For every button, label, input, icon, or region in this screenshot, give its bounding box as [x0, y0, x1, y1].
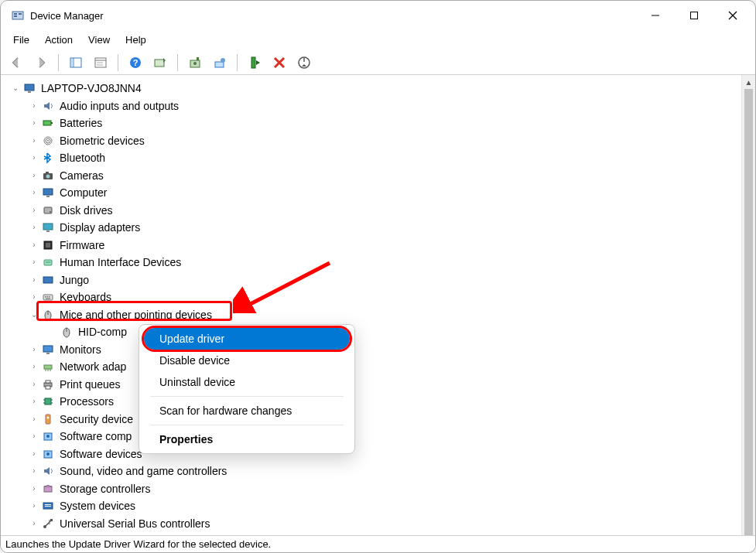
- tree-category-audio[interactable]: ›Sound, video and game controllers: [7, 463, 741, 480]
- show-hide-tree-button[interactable]: [65, 53, 87, 73]
- security-icon: [41, 412, 55, 426]
- tree-category-soft[interactable]: ›Software comp: [7, 428, 741, 445]
- tree-device-mouse[interactable]: HID-comp: [7, 323, 741, 341]
- svg-point-76: [46, 452, 50, 456]
- tree-category-monitor[interactable]: ›Monitors: [7, 341, 741, 359]
- expander-icon[interactable]: ›: [29, 97, 39, 115]
- tree-category-camera[interactable]: ›Cameras: [7, 167, 741, 185]
- svg-rect-10: [71, 59, 74, 67]
- close-button[interactable]: [713, 1, 752, 30]
- menu-help[interactable]: Help: [118, 32, 154, 48]
- tree-category-battery[interactable]: ›Batteries: [7, 114, 741, 132]
- tree-category-mouse[interactable]: ⌄Mice and other pointing devices: [7, 306, 741, 324]
- expander-icon[interactable]: ›: [29, 463, 39, 480]
- menubar: File Action View Help: [1, 30, 755, 50]
- expander-icon[interactable]: ›: [29, 132, 39, 150]
- ctx-disable-device[interactable]: Disable device: [144, 350, 350, 371]
- expander-icon[interactable]: ›: [29, 358, 39, 376]
- update-driver-button[interactable]: [184, 53, 206, 73]
- ctx-update-driver[interactable]: Update driver: [144, 328, 350, 350]
- properties-button[interactable]: [90, 53, 111, 73]
- expander-icon[interactable]: ›: [29, 149, 39, 167]
- expander-icon[interactable]: ›: [29, 237, 39, 254]
- expander-icon[interactable]: ›: [29, 428, 39, 445]
- tree-category-computer[interactable]: ›Computer: [7, 184, 741, 202]
- tree-category-bluetooth[interactable]: ›Bluetooth: [7, 149, 741, 167]
- svg-rect-42: [46, 230, 50, 232]
- expander-icon[interactable]: ›: [29, 515, 39, 533]
- tree-category-biometric[interactable]: ›Biometric devices: [7, 132, 741, 150]
- svg-rect-23: [251, 57, 255, 68]
- expander-icon[interactable]: ›: [29, 219, 39, 237]
- ctx-uninstall-device[interactable]: Uninstall device: [144, 371, 350, 393]
- expander-icon[interactable]: ›: [29, 445, 39, 463]
- svg-rect-17: [155, 60, 164, 67]
- svg-point-74: [46, 435, 50, 438]
- tree-category-jungo[interactable]: ›Jungo: [7, 271, 741, 289]
- maximize-button[interactable]: [675, 1, 713, 30]
- svg-rect-80: [45, 506, 51, 507]
- computer-icon: [22, 81, 36, 95]
- expander-icon[interactable]: ⌄: [10, 80, 21, 97]
- status-text: Launches the Update Driver Wizard for th…: [5, 538, 271, 550]
- disable-device-button[interactable]: [293, 53, 315, 73]
- scroll-up-button[interactable]: ▲: [742, 75, 755, 89]
- tree-item-label: Jungo: [58, 271, 91, 289]
- scan-hardware-button[interactable]: [149, 53, 171, 73]
- tree-category-soft[interactable]: ›Software devices: [7, 445, 741, 463]
- uninstall-device-button[interactable]: [269, 53, 290, 73]
- cpu-icon: [41, 394, 55, 408]
- expander-icon[interactable]: ›: [29, 271, 39, 289]
- expander-icon[interactable]: ›: [29, 114, 39, 132]
- svg-rect-59: [44, 365, 52, 369]
- tree-category-network[interactable]: ›Network adap: [7, 358, 741, 376]
- vertical-scrollbar[interactable]: ▲ ▼: [741, 75, 755, 535]
- jungo-icon: [41, 273, 55, 287]
- ctx-separator: [150, 425, 344, 425]
- tree-root[interactable]: ⌄LAPTOP-VJO8JNN4: [7, 80, 741, 97]
- expander-icon[interactable]: ›: [29, 376, 39, 394]
- tree-category-keyboard[interactable]: ›Keyboards: [7, 288, 741, 306]
- svg-rect-5: [691, 12, 698, 19]
- tree-category-hid[interactable]: ›Human Interface Devices: [7, 254, 741, 271]
- device-tree[interactable]: ⌄LAPTOP-VJO8JNN4›Audio inputs and output…: [1, 75, 741, 535]
- expander-icon[interactable]: ›: [29, 341, 39, 359]
- forward-button[interactable]: [30, 53, 52, 73]
- tree-category-cpu[interactable]: ›Processors: [7, 393, 741, 411]
- expander-icon[interactable]: ›: [29, 393, 39, 411]
- expander-icon[interactable]: ›: [29, 497, 39, 515]
- minimize-button[interactable]: [636, 1, 675, 30]
- expander-icon[interactable]: ›: [29, 254, 39, 271]
- tree-item-label: Bluetooth: [58, 149, 107, 167]
- scrollbar-thumb[interactable]: [744, 89, 753, 535]
- expander-icon[interactable]: ⌄: [29, 306, 39, 324]
- tree-category-printer[interactable]: ›Print queues: [7, 376, 741, 394]
- expander-icon[interactable]: ›: [29, 288, 39, 306]
- expander-icon[interactable]: ›: [29, 184, 39, 202]
- tree-category-display[interactable]: ›Display adapters: [7, 219, 741, 237]
- tree-category-storage[interactable]: ›Storage controllers: [7, 480, 741, 498]
- expander-icon[interactable]: ›: [29, 202, 39, 220]
- enable-device-button[interactable]: [244, 53, 265, 73]
- add-legacy-button[interactable]: [209, 53, 231, 73]
- expander-icon[interactable]: ›: [29, 411, 39, 428]
- menu-file[interactable]: File: [5, 32, 37, 48]
- ctx-scan-hardware[interactable]: Scan for hardware changes: [144, 400, 350, 422]
- svg-rect-47: [43, 277, 53, 283]
- help-button[interactable]: ?: [125, 53, 146, 73]
- tree-category-security[interactable]: ›Security device: [7, 411, 741, 428]
- expander-icon[interactable]: ›: [29, 480, 39, 498]
- scrollbar-track[interactable]: [742, 89, 755, 521]
- tree-category-usb[interactable]: ›Universal Serial Bus controllers: [7, 515, 741, 533]
- back-button[interactable]: [5, 53, 27, 73]
- tree-category-audio[interactable]: ›Audio inputs and outputs: [7, 97, 741, 115]
- ctx-properties[interactable]: Properties: [144, 428, 350, 450]
- menu-view[interactable]: View: [80, 32, 118, 48]
- svg-rect-36: [46, 172, 49, 173]
- expander-icon[interactable]: ›: [29, 167, 39, 185]
- tree-category-disk[interactable]: ›Disk drives: [7, 202, 741, 220]
- tree-category-system[interactable]: ›System devices: [7, 497, 741, 515]
- tree-item-label: Sound, video and game controllers: [58, 463, 228, 480]
- menu-action[interactable]: Action: [37, 32, 80, 48]
- tree-category-firmware[interactable]: ›Firmware: [7, 237, 741, 254]
